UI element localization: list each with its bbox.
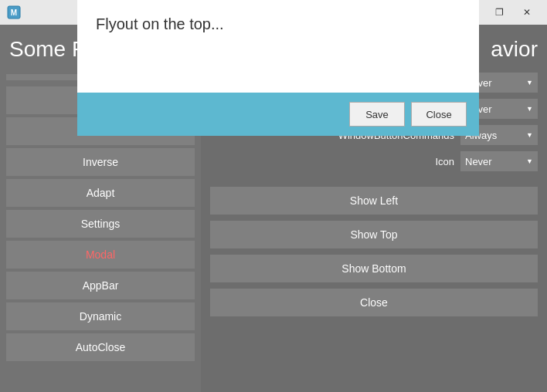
icon-label: Icon — [210, 156, 454, 167]
menu-item-appbar[interactable]: AppBar — [6, 272, 195, 299]
show-left-button[interactable]: Show Left — [210, 187, 538, 215]
menu-item-autoclose[interactable]: AutoClose — [6, 333, 195, 361]
flyout-close-button[interactable]: Close — [411, 102, 467, 127]
spacer — [210, 177, 538, 182]
show-bottom-button[interactable]: Show Bottom — [210, 255, 538, 282]
flyout-footer: Save Close — [77, 93, 479, 136]
icon-select[interactable]: Never Always Auto — [460, 151, 538, 171]
close-window-button[interactable]: ✕ — [513, 0, 541, 25]
icon-row: Icon Never Always Auto — [210, 151, 538, 171]
icon-select-wrapper: Never Always Auto — [460, 151, 538, 171]
flyout-content: Flyout on the top... — [77, 0, 479, 93]
menu-item-settings[interactable]: Settings — [6, 210, 195, 238]
menu-item-dynamic[interactable]: Dynamic — [6, 302, 195, 330]
flyout-dialog: Flyout on the top... Save Close — [77, 0, 479, 136]
main-window: M — ❐ ✕ Some F Show 3 Accent Inverse Ada… — [0, 0, 547, 392]
close-panel-button[interactable]: Close — [210, 289, 538, 316]
show-top-button[interactable]: Show Top — [210, 221, 538, 248]
flyout-title: Flyout on the top... — [96, 15, 460, 33]
svg-text:M: M — [11, 8, 17, 17]
menu-item-modal[interactable]: Modal — [6, 241, 195, 269]
flyout-save-button[interactable]: Save — [349, 102, 405, 127]
app-icon: M — [6, 5, 22, 20]
menu-item-adapt[interactable]: Adapt — [6, 179, 195, 207]
menu-item-inverse[interactable]: Inverse — [6, 148, 195, 176]
restore-button[interactable]: ❐ — [485, 0, 513, 25]
